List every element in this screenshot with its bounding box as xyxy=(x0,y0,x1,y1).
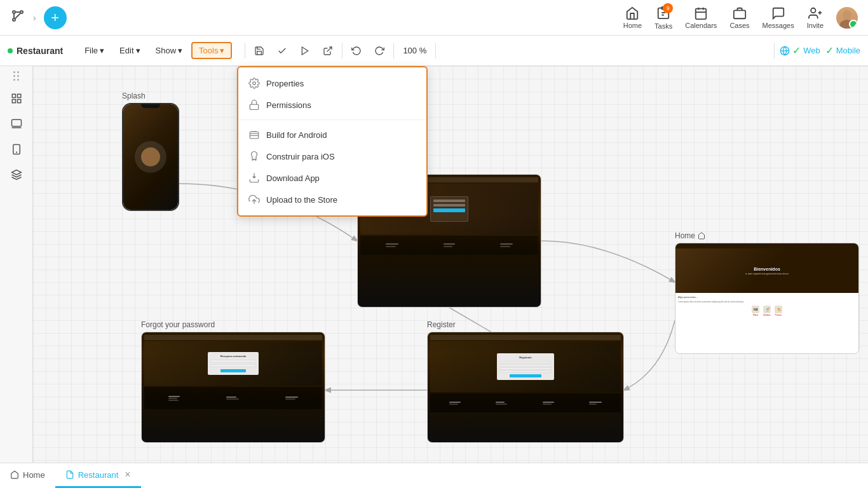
svg-point-18 xyxy=(839,20,855,29)
tools-build-ios-item[interactable]: Construir para iOS xyxy=(238,146,426,167)
play-button[interactable] xyxy=(296,42,314,60)
redo-button[interactable] xyxy=(370,42,388,60)
forgot-screen-label: Forgot your password xyxy=(141,320,215,329)
register-screen-label: Register xyxy=(427,320,456,329)
project-name-label: Restaurant xyxy=(17,46,63,56)
main-canvas[interactable]: Splash xyxy=(33,66,868,463)
forgot-screen-node[interactable]: Forgot your password Recupera contraseña xyxy=(141,320,325,443)
tools-upload-store-item[interactable]: Upload to the Store xyxy=(238,189,426,210)
nav-left: › + xyxy=(10,6,67,29)
nav-tasks[interactable]: 9 Tasks xyxy=(654,6,672,30)
svg-point-14 xyxy=(811,8,815,12)
web-mode-label: Web xyxy=(803,46,820,55)
phone-notch xyxy=(141,104,160,108)
divider-1 xyxy=(245,43,245,58)
svg-point-0 xyxy=(13,11,15,13)
user-avatar[interactable] xyxy=(836,7,858,29)
svg-point-2 xyxy=(13,18,15,21)
online-indicator xyxy=(8,48,13,53)
preview-modes: ✓ Web ✓ Mobile xyxy=(780,44,860,57)
mobile-mode-label: Mobile xyxy=(836,46,860,55)
sidebar-pages-icon[interactable] xyxy=(5,87,28,110)
svg-rect-24 xyxy=(17,94,20,97)
svg-line-5 xyxy=(15,13,20,18)
edit-menu[interactable]: Edit ▾ xyxy=(113,43,146,58)
tools-menu[interactable]: Tools ▾ xyxy=(191,42,232,59)
tools-permissions-item[interactable]: Permissions xyxy=(238,94,426,116)
home-screen-label: Home xyxy=(675,231,705,240)
properties-label: Properties xyxy=(266,79,304,88)
splash-screen-node[interactable]: Splash xyxy=(122,92,179,211)
nav-tasks-label: Tasks xyxy=(654,22,672,30)
register-screen-node[interactable]: Register Registrate xyxy=(427,320,624,443)
svg-line-20 xyxy=(327,47,332,51)
show-menu[interactable]: Show ▾ xyxy=(149,43,189,58)
tools-properties-item[interactable]: Properties xyxy=(238,72,426,94)
left-sidebar xyxy=(0,66,33,463)
nav-cases-label: Cases xyxy=(729,22,749,29)
home-screen-frame[interactable]: Bienvenidos a una experiencia gastronómi… xyxy=(675,243,859,354)
mobile-mode[interactable]: ✓ Mobile xyxy=(825,44,860,57)
forgot-screen-frame[interactable]: Recupera contraseña xyxy=(141,332,325,443)
add-button[interactable]: + xyxy=(44,6,67,29)
build-android-label: Build for Android xyxy=(266,130,327,140)
nav-invite-label: Invite xyxy=(807,22,824,29)
svg-rect-33 xyxy=(250,104,259,109)
check-button[interactable] xyxy=(273,42,291,60)
register-screen-frame[interactable]: Registrate xyxy=(427,332,624,443)
svg-rect-25 xyxy=(12,100,15,103)
restaurant-tab-close[interactable]: × xyxy=(125,469,130,480)
forgot-screen-content: Recupera contraseña xyxy=(142,332,325,442)
home-tab[interactable]: Home xyxy=(0,463,55,488)
restaurant-tab-label: Restaurant xyxy=(78,470,119,480)
save-button[interactable] xyxy=(250,42,268,60)
svg-marker-31 xyxy=(11,170,21,175)
permissions-label: Permissions xyxy=(266,100,311,110)
divider-3 xyxy=(393,43,394,58)
tools-dropdown: Properties Permissions Build for Android… xyxy=(237,66,428,217)
download-app-label: Download App xyxy=(266,173,320,183)
nav-invite[interactable]: Invite xyxy=(807,6,824,29)
splash-phone-frame[interactable] xyxy=(122,103,179,211)
svg-point-17 xyxy=(843,10,851,20)
nav-calendars[interactable]: Calendars xyxy=(685,6,717,29)
sidebar-components-icon[interactable] xyxy=(5,112,28,135)
tasks-badge: 9 xyxy=(663,3,673,13)
divider-4 xyxy=(435,43,436,58)
svg-rect-27 xyxy=(11,119,21,126)
toolbar: Restaurant File ▾ Edit ▾ Show ▾ Tools ▾ xyxy=(0,36,868,66)
nav-cases[interactable]: Cases xyxy=(729,6,749,29)
divider-2 xyxy=(342,43,342,58)
tools-download-app-item[interactable]: Download App xyxy=(238,167,426,189)
top-navigation: › + Home 9 Tasks Calendars Cases Message… xyxy=(0,0,868,36)
svg-rect-23 xyxy=(12,94,15,97)
tools-build-android-item[interactable]: Build for Android xyxy=(238,124,426,146)
svg-point-32 xyxy=(253,82,256,85)
branch-icon xyxy=(10,8,25,27)
svg-point-1 xyxy=(20,11,23,13)
menu-bar: File ▾ Edit ▾ Show ▾ Tools ▾ xyxy=(78,42,232,59)
splash-screen-content xyxy=(123,104,178,210)
nav-messages-label: Messages xyxy=(763,22,794,29)
sidebar-layers-icon[interactable] xyxy=(5,163,28,186)
restaurant-tab[interactable]: Restaurant × xyxy=(55,463,141,488)
drag-handle xyxy=(13,71,19,81)
home-tab-label: Home xyxy=(23,470,45,480)
home-screen-node[interactable]: Home Bienvenidos a una experiencia gastr… xyxy=(675,231,859,354)
build-ios-label: Construir para iOS xyxy=(266,152,335,161)
nav-messages[interactable]: Messages xyxy=(763,6,794,29)
undo-button[interactable] xyxy=(348,42,365,60)
file-menu[interactable]: File ▾ xyxy=(78,43,111,58)
external-link-button[interactable] xyxy=(319,42,337,60)
project-name-area: Restaurant xyxy=(8,46,63,56)
sidebar-phone-icon[interactable] xyxy=(5,138,28,161)
nav-right: Home 9 Tasks Calendars Cases Messages In… xyxy=(623,6,858,30)
nav-home[interactable]: Home xyxy=(623,6,642,29)
upload-store-label: Upload to the Store xyxy=(266,195,337,205)
svg-rect-13 xyxy=(734,10,745,18)
home-screen-content: Bienvenidos a una experiencia gastronómi… xyxy=(675,243,858,353)
menu-separator-1 xyxy=(238,119,426,120)
register-screen-content: Registrate xyxy=(428,332,623,442)
web-mode[interactable]: ✓ Web xyxy=(780,44,820,57)
svg-rect-26 xyxy=(17,100,20,103)
